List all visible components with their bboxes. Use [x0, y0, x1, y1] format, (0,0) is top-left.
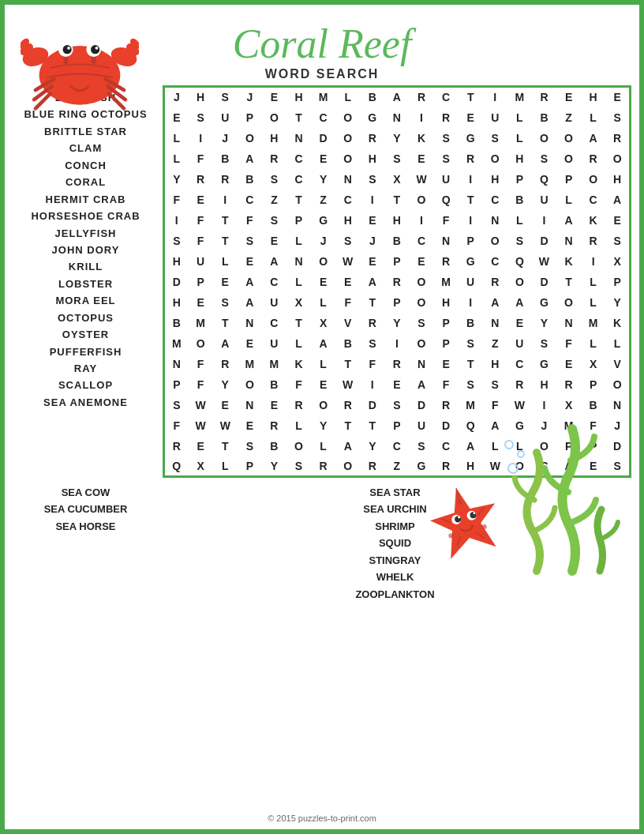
grid-cell: Y: [311, 169, 335, 190]
grid-cell: U: [507, 333, 532, 354]
page-subtitle: WORD SEARCH: [233, 67, 412, 81]
word-item: HORSESHOE CRAB: [13, 208, 159, 224]
grid-cell: L: [311, 354, 335, 374]
grid-cell: B: [581, 395, 605, 415]
grid-cell: H: [360, 148, 384, 169]
grid-cell: O: [189, 333, 213, 354]
grid-cell: O: [483, 148, 507, 169]
grid-cell: P: [434, 313, 459, 333]
grid-cell: C: [384, 436, 409, 456]
grid-cell: O: [335, 128, 360, 148]
grid-cell: I: [532, 210, 556, 231]
svg-point-6: [39, 46, 121, 105]
word-item: SEA ANEMONE: [13, 394, 159, 411]
grid-cell: M: [507, 87, 532, 107]
grid-cell: T: [213, 210, 238, 231]
grid-cell: I: [189, 128, 213, 148]
grid-cell: Z: [262, 190, 286, 210]
svg-point-22: [518, 451, 524, 457]
grid-cell: M: [581, 313, 605, 333]
grid-cell: V: [335, 313, 360, 333]
grid-cell: B: [507, 190, 532, 210]
grid-cell: R: [409, 87, 433, 107]
grid-cell: T: [213, 313, 238, 333]
grid-cell: W: [409, 169, 433, 190]
grid-cell: R: [262, 148, 286, 169]
grid-cell: L: [213, 456, 238, 477]
grid-cell: B: [238, 169, 262, 190]
grid-cell: A: [238, 148, 262, 169]
grid-cell: H: [507, 148, 532, 169]
grid-cell: X: [581, 354, 605, 374]
grid-cell: E: [213, 395, 238, 415]
grid-cell: A: [238, 272, 262, 292]
grid-cell: S: [459, 333, 483, 354]
grid-cell: F: [164, 190, 189, 210]
grid-cell: T: [459, 190, 483, 210]
grid-cell: H: [384, 210, 409, 231]
grid-cell: K: [581, 210, 605, 231]
grid-cell: R: [384, 272, 409, 292]
grid-cell: E: [189, 436, 213, 456]
grid-cell: E: [556, 87, 581, 107]
grid-cell: F: [434, 210, 459, 231]
grid-cell: E: [311, 272, 335, 292]
grid-cell: S: [189, 107, 213, 128]
grid-cell: Y: [213, 374, 238, 395]
grid-cell: B: [262, 436, 286, 456]
word-item: SEA CUCUMBER: [13, 501, 159, 517]
grid-cell: L: [581, 292, 605, 313]
title-area: Coral Reef WORD SEARCH: [233, 13, 412, 81]
grid-area: JHSJEHMLBARCTIMREHEESUPOTCOGNIREULBZLSLI…: [163, 85, 631, 478]
grid-cell: C: [409, 231, 433, 251]
grid-cell: F: [335, 292, 360, 313]
grid-cell: I: [360, 190, 384, 210]
grid-cell: L: [507, 210, 532, 231]
grid-cell: C: [483, 251, 507, 272]
word-item: SEA HORSE: [13, 518, 159, 535]
grid-cell: L: [335, 87, 360, 107]
grid-cell: Y: [532, 313, 556, 333]
grid-cell: F: [189, 210, 213, 231]
grid-cell: S: [213, 292, 238, 313]
grid-cell: R: [213, 354, 238, 374]
grid-cell: E: [311, 374, 335, 395]
word-item: LOBSTER: [13, 276, 159, 292]
grid-cell: I: [459, 169, 483, 190]
grid-cell: O: [409, 333, 433, 354]
word-list-bottom-left: SEA COWSEA CUCUMBERSEA HORSE: [13, 484, 159, 603]
grid-cell: N: [605, 395, 630, 415]
page: Coral Reef WORD SEARCH BLOWFISHBLUE RING…: [0, 0, 644, 834]
grid-cell: T: [335, 354, 360, 374]
grid-cell: O: [483, 231, 507, 251]
grid-cell: J: [238, 87, 262, 107]
grid-cell: R: [532, 87, 556, 107]
grid-cell: B: [335, 333, 360, 354]
grid-cell: E: [262, 87, 286, 107]
grid-cell: L: [581, 333, 605, 354]
grid-cell: O: [409, 190, 433, 210]
grid-cell: W: [189, 415, 213, 436]
grid-cell: U: [459, 272, 483, 292]
grid-cell: U: [532, 190, 556, 210]
grid-cell: Z: [311, 190, 335, 210]
grid-cell: O: [286, 436, 311, 456]
svg-point-13: [67, 47, 70, 50]
grid-cell: P: [238, 456, 262, 477]
grid-cell: H: [286, 87, 311, 107]
grid-cell: S: [434, 128, 459, 148]
grid-cell: E: [459, 107, 483, 128]
grid-cell: E: [556, 354, 581, 374]
grid-cell: P: [434, 333, 459, 354]
grid-cell: S: [459, 374, 483, 395]
grid-cell: U: [262, 292, 286, 313]
grid-cell: J: [360, 231, 384, 251]
grid-cell: A: [238, 292, 262, 313]
grid-cell: E: [189, 292, 213, 313]
grid-cell: K: [286, 354, 311, 374]
grid-cell: A: [311, 333, 335, 354]
grid-cell: M: [262, 354, 286, 374]
grid-cell: T: [459, 354, 483, 374]
grid-cell: I: [360, 374, 384, 395]
grid-cell: R: [434, 395, 459, 415]
